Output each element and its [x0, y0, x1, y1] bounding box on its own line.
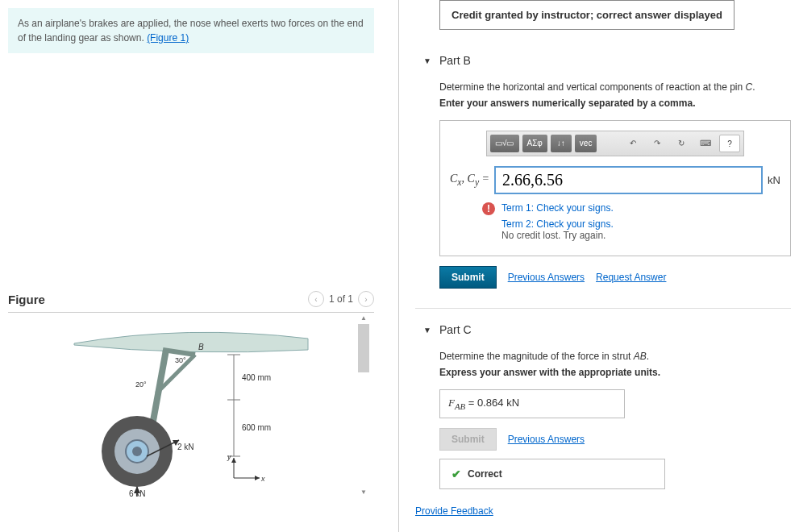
feedback-term2: Term 2: Check your signs. — [450, 218, 780, 230]
credit-banner: Credit granted by instructor; correct an… — [439, 0, 734, 30]
figure-title: Figure — [8, 293, 45, 306]
provide-feedback-link[interactable]: Provide Feedback — [415, 505, 493, 517]
svg-text:y: y — [227, 453, 231, 461]
part-c-previous-answers-link[interactable]: Previous Answers — [508, 434, 585, 445]
part-b-request-answer-link[interactable]: Request Answer — [596, 272, 666, 283]
part-b-submit-button[interactable]: Submit — [439, 266, 497, 289]
part-c-instruction: Determine the magnitude of the force in … — [439, 351, 791, 362]
part-b-answer-input[interactable] — [494, 166, 763, 194]
figure-pager: 1 of 1 — [329, 293, 353, 305]
svg-text:2 kN: 2 kN — [177, 443, 194, 451]
equation-toolbar: ▭√▭ ΑΣφ ↓↑ vec ↶ ↷ ↻ ⌨ ? — [486, 131, 744, 156]
svg-text:B: B — [198, 343, 204, 351]
figure-scrollbar[interactable] — [358, 324, 369, 372]
part-c-answer-display: FAB = 0.864 kN — [439, 389, 625, 418]
landing-gear-diagram: 30° 20° B 400 mm 600 mm 2 kN 6 kN x y — [58, 321, 324, 498]
svg-marker-18 — [231, 458, 236, 463]
separator — [415, 308, 791, 309]
figure-link[interactable]: (Figure 1) — [147, 32, 189, 44]
svg-text:400 mm: 400 mm — [242, 373, 271, 382]
redo-button[interactable]: ↷ — [647, 135, 668, 152]
tool-template-button[interactable]: ▭√▭ — [490, 135, 519, 152]
tool-greek-button[interactable]: ΑΣφ — [522, 135, 547, 152]
right-panel: Credit granted by instructor; correct an… — [399, 0, 799, 532]
help-button[interactable]: ? — [719, 135, 740, 152]
part-c-title: Part C — [439, 323, 472, 336]
feedback-term1: Term 1: Check your signs. — [501, 202, 614, 214]
left-panel: As an airplane's brakes are applied, the… — [0, 0, 399, 532]
part-b-variable-label: Cx, Cy = — [450, 172, 489, 188]
part-b-instruction: Determine the horizontal and vertical co… — [439, 81, 791, 93]
caret-down-icon: ▼ — [423, 326, 431, 335]
keyboard-button[interactable]: ⌨ — [695, 135, 716, 152]
svg-marker-16 — [255, 476, 260, 480]
part-b-unit: kN — [768, 174, 780, 186]
error-icon: ! — [482, 202, 495, 215]
undo-button[interactable]: ↶ — [622, 135, 643, 152]
problem-statement: As an airplane's brakes are applied, the… — [8, 8, 374, 53]
feedback-nocredit: No credit lost. Try again. — [450, 230, 780, 241]
figure-prev-button[interactable]: ‹ — [308, 291, 324, 307]
part-c-header[interactable]: ▼ Part C — [423, 323, 791, 336]
correct-label: Correct — [468, 468, 502, 480]
svg-text:6 kN: 6 kN — [129, 489, 146, 498]
part-b-header[interactable]: ▼ Part B — [423, 54, 791, 67]
reset-button[interactable]: ↻ — [671, 135, 692, 152]
tool-subscript-button[interactable]: ↓↑ — [551, 135, 572, 152]
part-c-submit-button: Submit — [439, 428, 497, 451]
svg-text:x: x — [260, 475, 265, 483]
problem-text: As an airplane's brakes are applied, the… — [18, 18, 364, 44]
part-c-correct-box: ✔ Correct — [439, 459, 665, 489]
caret-down-icon: ▼ — [423, 56, 431, 65]
figure-scroll-down[interactable]: ▼ — [358, 487, 369, 498]
part-b-answer-box: ▭√▭ ΑΣφ ↓↑ vec ↶ ↷ ↻ ⌨ ? Cx, Cy = kN — [439, 120, 791, 256]
part-b-format: Enter your answers numerically separated… — [439, 98, 791, 109]
svg-text:20°: 20° — [135, 380, 147, 389]
part-b-previous-answers-link[interactable]: Previous Answers — [508, 272, 585, 283]
checkmark-icon: ✔ — [452, 468, 461, 480]
part-c-format: Express your answer with the appropriate… — [439, 367, 791, 378]
tool-vector-button[interactable]: vec — [575, 135, 597, 152]
svg-text:30°: 30° — [175, 356, 186, 364]
figure-next-button[interactable]: › — [358, 291, 374, 307]
figure-header: Figure ‹ 1 of 1 › — [8, 291, 374, 313]
svg-text:600 mm: 600 mm — [242, 423, 271, 432]
svg-point-6 — [132, 447, 142, 456]
part-b-title: Part B — [439, 54, 471, 67]
figure-scroll-up[interactable]: ▲ — [358, 313, 369, 324]
figure-body: 30° 20° B 400 mm 600 mm 2 kN 6 kN x y ▲ … — [8, 313, 374, 498]
